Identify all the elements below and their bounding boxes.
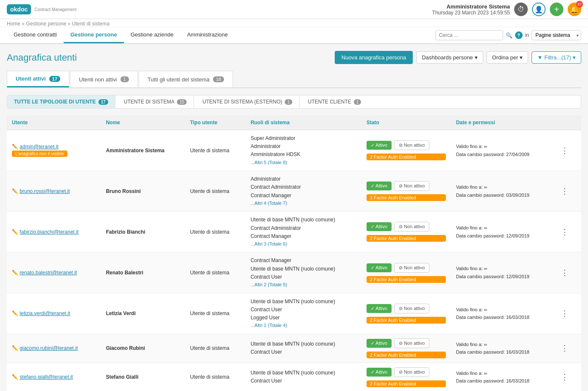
filter-button[interactable]: ▼ Filtra...(17) ▾ [532,51,581,64]
nav-gestione-persone[interactable]: Gestione persone [64,27,124,43]
new-person-button[interactable]: Nuova anagrafica persona [335,51,413,64]
btn-inactive[interactable]: ⊘ Non attivo [394,367,430,377]
user-email-link[interactable]: stefano.gialli@teranet.it [20,374,73,380]
role-more[interactable]: ...Altri 3 (Totale 6) [251,240,356,248]
cell-ruoli: Super AdministratorAdministratorAmminist… [246,130,361,171]
bell-icon[interactable]: 🔔 37 [568,3,581,16]
breadcrumb-gestione-persone[interactable]: Gestione persone [26,21,66,27]
table-row: ✏️ giacomo.rubini@teranet.it Giacomo Rub… [7,334,581,363]
cell-date: Valido fino a: ∞Data cambio password: 12… [451,212,553,252]
role-more[interactable]: ...Altri 1 (Totale 4) [251,322,356,330]
more-button[interactable]: ⋮ [558,267,571,278]
search-help-icon[interactable]: ? [515,31,523,39]
nav-amministrazione[interactable]: Amministrazione [180,27,235,43]
filter-sistema-esterno[interactable]: UTENTE DI SISTEMA (ESTERNO) 1 [196,95,300,108]
user-name-text: Fabrizio Bianchi [106,229,146,235]
more-button[interactable]: ⋮ [558,308,571,319]
cell-tipo: Utente di sistema [185,252,246,293]
filter-cliente[interactable]: UTENTE CLIENTE 1 [301,95,368,108]
cell-ruoli: Utente di base MNTN (ruolo comune)Contra… [246,334,361,363]
filter-sistema-esterno-label: UTENTE DI SISTEMA (ESTERNO) [202,99,282,105]
role-more[interactable]: ...Altri 2 (Totale 5) [251,281,356,289]
breadcrumb-home[interactable]: Home [7,21,20,27]
btn-inactive[interactable]: ⊘ Non attivo [394,304,430,313]
user-name-text: Giacomo Rubini [106,345,145,351]
page-title: Anagrafica utenti [7,52,77,63]
cell-ruoli: Contract ManagerUtente di base MNTN (ruo… [246,252,361,293]
edit-icon[interactable]: ✏️ [12,310,18,316]
tab-active-users[interactable]: Utenti attivi 17 [7,71,69,87]
cell-stato: ✓ Attivo ⊘ Non attivo 2 Factor Auth Enab… [361,252,451,293]
role-item: Contract Administrator [251,224,356,232]
btn-inactive[interactable]: ⊘ Non attivo [394,181,430,191]
more-button[interactable]: ⋮ [558,371,571,383]
user-icon[interactable]: 👤 [532,3,546,16]
valid-date: Valido fino a: ∞ [456,341,548,349]
edit-icon[interactable]: ✏️ [12,188,18,194]
tab-all-users[interactable]: Tutti gli utenti del sistema 18 [139,71,233,87]
user-email-link[interactable]: admin@teranet.it [20,144,59,150]
btn-inactive[interactable]: ⊘ Non attivo [394,263,430,273]
password-date: Data cambio password: 12/09/2019 [456,232,548,240]
add-icon[interactable]: + [550,3,563,16]
btn-inactive[interactable]: ⊘ Non attivo [394,222,430,232]
cell-utente: ✏️ renato.balestri@teranet.it [7,252,101,293]
user-email-link[interactable]: fabirzio.bianchi@teranet.it [20,229,78,235]
cell-date: Valido fino a: ∞Data cambio password: 16… [451,293,553,334]
edit-icon[interactable]: ✏️ [12,270,18,276]
role-more[interactable]: ...Altri 4 (Totale 7) [251,200,356,207]
user-email-link[interactable]: giacomo.rubini@teranet.it [20,345,78,351]
more-button[interactable]: ⋮ [558,186,571,197]
valid-date: Valido fino a: ∞ [456,224,548,232]
search-input[interactable] [435,30,503,40]
edit-icon[interactable]: ✏️ [12,144,18,150]
more-button[interactable]: ⋮ [558,226,571,237]
filter-all-types[interactable]: TUTTE LE TIPOLOGIE DI UTENTE 17 [7,95,115,108]
order-chevron-icon: ▾ [520,54,523,61]
user-email-link[interactable]: letizia.verdi@teranet.it [20,310,70,316]
filter-sistema-esterno-badge: 1 [285,99,292,105]
valid-date: Valido fino a: ∞ [456,142,548,151]
role-more[interactable]: ...Altri 5 (Totale 8) [251,159,356,167]
cell-stato: ✓ Attivo ⊘ Non attivo 2 Factor Auth Enab… [361,293,451,334]
btn-active[interactable]: ✓ Attivo [367,304,392,313]
cell-tipo: Utente di sistema [185,334,246,363]
cell-utente: ✏️ fabirzio.bianchi@teranet.it [7,212,101,252]
nav-gestione-aziende[interactable]: Gestione aziende [124,27,180,43]
cell-nome: Fabrizio Bianchi [101,212,185,252]
status-col: ✓ Attivo ⊘ Non attivo 2 Factor Auth Enab… [367,263,446,283]
filter-icon: ▼ [537,54,543,61]
dashboards-button[interactable]: Dashboards persone ▾ [416,51,483,64]
btn-active[interactable]: ✓ Attivo [367,339,392,348]
factor-badge: 2 Factor Auth Enabled [367,154,446,160]
btn-active[interactable]: ✓ Attivo [367,141,392,150]
status-row: ✓ Attivo ⊘ Non attivo [367,338,446,348]
edit-icon[interactable]: ✏️ [12,374,18,380]
user-email-link[interactable]: bruno.rossi@teranet.it [20,188,70,194]
btn-active[interactable]: ✓ Attivo [367,182,392,190]
role-item: Contract User [251,377,356,385]
nav-gestione-contratti[interactable]: Gestione contratti [7,27,64,43]
bell-badge: 37 [576,1,583,8]
edit-icon[interactable]: ✏️ [12,229,18,235]
btn-active[interactable]: ✓ Attivo [367,222,392,231]
role-list: AdministratorContract AdministratorContr… [251,175,356,207]
filter-sistema[interactable]: UTENTE DI SISTEMA 15 [117,95,194,108]
btn-inactive[interactable]: ⊘ Non attivo [394,338,430,348]
role-list: Utente di base MNTN (ruolo comune)Contra… [251,340,356,356]
history-icon[interactable]: ⏱ [514,3,528,16]
btn-inactive[interactable]: ⊘ Non attivo [394,140,430,150]
user-email-link[interactable]: renato.balestri@teranet.it [20,270,77,276]
more-button[interactable]: ⋮ [558,343,571,354]
tab-inactive-users-badge: 1 [120,76,129,82]
btn-active[interactable]: ✓ Attivo [367,263,392,272]
col-ruoli: Ruoli di sistema [246,115,361,130]
edit-icon[interactable]: ✏️ [12,345,18,351]
order-button[interactable]: Ordina per ▾ [487,51,528,64]
type-filter-bar: TUTTE LE TIPOLOGIE DI UTENTE 17 UTENTE D… [7,95,581,109]
search-scope-select[interactable]: Pagine sistema [532,30,581,40]
factor-badge: 2 Factor Auth Enabled [367,317,446,324]
btn-active[interactable]: ✓ Attivo [367,368,392,377]
tab-inactive-users[interactable]: Utenti non attivi 1 [70,71,138,87]
more-button[interactable]: ⋮ [558,145,571,156]
